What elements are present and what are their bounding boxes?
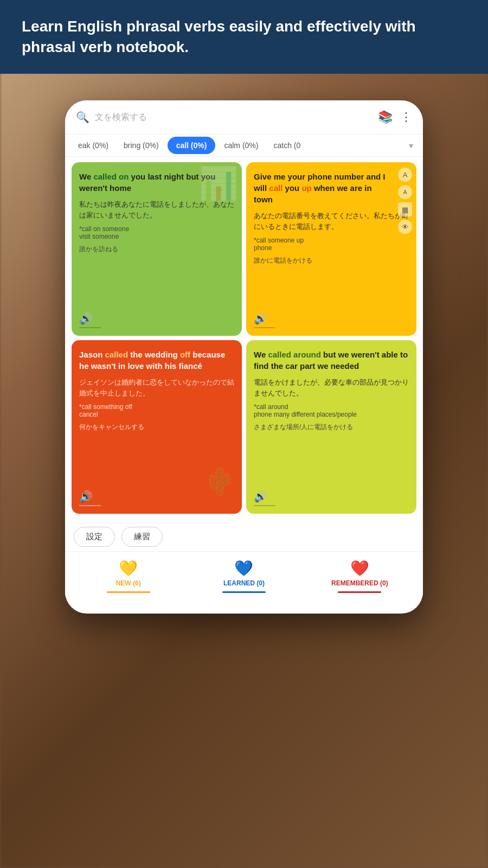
card4-sentence: We called around but we weren't able to … (254, 349, 409, 372)
card2-definition-jp: 誰かに電話をかける (254, 256, 409, 265)
card4-definition-jp: さまざまな場所/人に電話をかける (254, 423, 409, 432)
card-call-off[interactable]: 🌵 Jason called the wedding off because h… (72, 340, 242, 514)
side-icons: A A ▦ 👁 (398, 168, 412, 234)
card-call-up[interactable]: A A ▦ 👁 Give me your phone number and I … (246, 162, 416, 336)
card-deco-cactus: 🌵 (203, 466, 236, 497)
top-banner: Learn English phrasal verbs easily and e… (0, 0, 488, 74)
settings-button[interactable]: 設定 (74, 527, 115, 547)
card1-japanese: 私たちは昨夜あなたに電話をしましたが、あなたは家にいませんでした。 (79, 199, 234, 221)
highlight-up: up (301, 183, 311, 193)
practice-button[interactable]: 練習 (121, 527, 163, 547)
remembered-bar (338, 591, 381, 593)
card2-definition: *call someone upphone (254, 237, 409, 252)
card4-japanese: 電話をかけましたが、必要な車の部品が見つかりませんでした。 (254, 377, 409, 399)
card3-sentence: Jason called the wedding off because he … (79, 349, 234, 372)
audio-progress-bar-3 (79, 505, 101, 506)
new-bar (107, 591, 150, 593)
audio-icon-3: 🔊 (79, 490, 93, 502)
highlight-call: call (269, 183, 282, 193)
tab-break[interactable]: eak (0%) (70, 135, 116, 156)
audio-icon: 🔊 (79, 312, 93, 324)
tab-bring[interactable]: bring (0%) (116, 135, 166, 156)
card4-audio[interactable]: 🔊 (254, 484, 409, 506)
card-deco-chart: 📊 (198, 168, 239, 200)
nav-remembered[interactable]: ❤️ REMEMBERED (0) (302, 559, 418, 593)
audio-progress-bar-2 (254, 327, 275, 328)
card2-audio[interactable]: 🔊 (254, 307, 409, 328)
card3-definition: *call something offcancel (79, 403, 234, 418)
card2-japanese: あなたの電話番号を教えてください。私たちが町にいるときに電話します。 (254, 210, 409, 232)
search-input[interactable]: 文を検索する (95, 112, 378, 123)
font-size-icon[interactable]: A (398, 168, 412, 182)
audio-icon-2: 🔊 (254, 312, 267, 324)
card-call-around[interactable]: We called around but we weren't able to … (246, 340, 416, 514)
tab-bar: eak (0%) bring (0%) call (0%) calm (0%) … (65, 135, 423, 157)
tab-call[interactable]: call (0%) (168, 137, 216, 154)
remembered-gem-icon: ❤️ (350, 559, 369, 577)
nav-new[interactable]: 💛 NEW (6) (70, 559, 186, 593)
learned-label: LEARNED (0) (223, 579, 265, 587)
tab-chevron-icon[interactable]: ▾ (404, 136, 418, 155)
audio-icon-4: 🔊 (254, 490, 267, 502)
nav-learned[interactable]: 💙 LEARNED (0) (186, 559, 301, 593)
audio-progress-bar-4 (254, 505, 275, 506)
remembered-label: REMEMBERED (0) (331, 579, 388, 587)
card-call-on[interactable]: 📊 We called on you last night but you we… (72, 162, 242, 336)
eye-icon[interactable]: 👁 (398, 220, 412, 234)
bottom-nav: 💛 NEW (6) 💙 LEARNED (0) ❤️ REMEMBERED (0… (65, 551, 423, 597)
card1-audio[interactable]: 🔊 (79, 307, 234, 328)
highlight-called-around: called around (268, 350, 321, 359)
banner-text: Learn English phrasal verbs easily and e… (22, 16, 466, 58)
search-bar: 🔍 文を検索する 📚 ⋮ (65, 100, 423, 135)
card3-japanese: ジェイソンは婚約者に恋をしていなかったので結婚式を中止しました。 (79, 377, 234, 399)
font-size-small-icon[interactable]: A (398, 185, 412, 199)
tab-catch[interactable]: catch (0 (266, 135, 308, 156)
toolbar-row: 設定 練習 (65, 519, 423, 551)
grid-icon[interactable]: ▦ (398, 202, 412, 216)
phone-frame: 🔍 文を検索する 📚 ⋮ eak (0%) bring (0%) call (0… (65, 100, 423, 614)
notebook-icon[interactable]: 📚 (378, 110, 393, 124)
tab-calm[interactable]: calm (0%) (216, 135, 266, 156)
highlight-called-on: called on (93, 172, 129, 181)
card1-definition-jp: 誰かを訪ねる (79, 245, 234, 254)
cards-grid: 📊 We called on you last night but you we… (65, 157, 423, 519)
audio-progress-bar (79, 327, 101, 328)
learned-gem-icon: 💙 (234, 559, 253, 577)
card3-definition-jp: 何かをキャンセルする (79, 423, 234, 432)
card4-definition: *call aroundphone many different places/… (254, 403, 409, 418)
card1-definition: *call on someonevisit someone (79, 225, 234, 240)
new-label: NEW (6) (116, 579, 141, 587)
more-options-icon[interactable]: ⋮ (400, 110, 412, 124)
search-icon: 🔍 (76, 111, 89, 124)
card2-sentence: Give me your phone number and I will cal… (254, 171, 409, 205)
learned-bar (222, 591, 266, 593)
highlight-called: called (105, 350, 129, 359)
highlight-off: off (180, 350, 190, 359)
new-gem-icon: 💛 (119, 559, 138, 577)
